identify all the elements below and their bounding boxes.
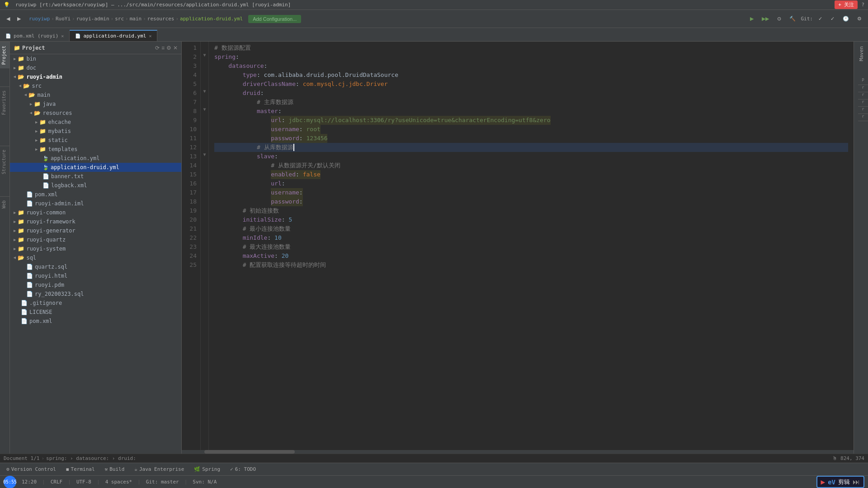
breadcrumb-resources[interactable]: resources [147, 16, 175, 22]
toolbar-back-btn[interactable]: ◀ [4, 14, 13, 23]
git-status[interactable]: Git: master [146, 479, 179, 485]
folder-doc-icon: 📁 [18, 65, 24, 71]
tree-item-generator[interactable]: ▶ 📁 ruoyi-generator [10, 226, 181, 235]
breadcrumb-ruoyi[interactable]: RuoYi [56, 16, 71, 22]
tree-item-gitignore[interactable]: 📄 .gitignore [10, 298, 181, 308]
git-tick-btn[interactable]: ✓ [828, 14, 837, 23]
maven-item-2[interactable]: r [858, 85, 868, 92]
tree-item-common[interactable]: ▶ 📁 ruoyi-common [10, 208, 181, 217]
maven-item-1[interactable]: P [858, 78, 868, 85]
bottom-tab-spring[interactable]: 🌿 Spring [189, 465, 225, 473]
tree-item-ry-sql[interactable]: 📄 ry_20200323.sql [10, 289, 181, 298]
svn-status[interactable]: Svn: N/A [193, 479, 217, 485]
debug-btn[interactable]: ▶▶ [759, 14, 772, 23]
h-scrollbar[interactable] [182, 450, 854, 454]
tree-item-logback[interactable]: 📄 logback.xml [10, 181, 181, 190]
cursor [293, 144, 294, 151]
tree-item-ehcache[interactable]: ▶ 📁 ehcache [10, 118, 181, 127]
clock-btn[interactable]: 🕐 [840, 14, 852, 23]
tab-pom-close[interactable]: ✕ [61, 33, 64, 38]
tree-item-application-druid[interactable]: 🍃 application-druid.yml [10, 163, 181, 172]
maven-item-6[interactable]: r [858, 114, 868, 121]
tree-quartz-label: ruoyi-quartz [26, 237, 66, 243]
tree-item-banner[interactable]: 📄 banner.txt [10, 172, 181, 181]
tree-item-doc[interactable]: ▶ 📁 doc [10, 63, 181, 72]
bottom-tab-java-enterprise[interactable]: ☕ Java Enterprise [130, 465, 189, 473]
bottom-tab-terminal[interactable]: ◼ Terminal [61, 465, 99, 473]
tree-item-quartz-sql[interactable]: 📄 quartz.sql [10, 262, 181, 271]
editor-area[interactable]: 12345 678910 1112131415 1617181920 21222… [182, 42, 854, 454]
help-btn[interactable]: ? [861, 2, 864, 8]
tree-item-ruoyi-html[interactable]: 📄 ruoyi.html [10, 271, 181, 280]
code-line-3: datasource: [214, 62, 848, 71]
crlf-info[interactable]: CRLF [51, 479, 63, 485]
coverage-btn[interactable]: ⊙ [774, 14, 784, 23]
maven-item-5[interactable]: r [858, 107, 868, 114]
maven-item-4[interactable]: r [858, 99, 868, 107]
tree-quartz-sql-label: quartz.sql [35, 264, 67, 270]
tree-item-license[interactable]: 📄 LICENSE [10, 308, 181, 317]
indent-info[interactable]: 4 spaces* [105, 479, 132, 485]
build-btn[interactable]: 🔨 [787, 14, 798, 23]
collapse-btn[interactable]: ≡ [161, 45, 165, 51]
project-header-title: Project [22, 45, 45, 51]
tree-item-templates[interactable]: ▶ 📁 templates [10, 145, 181, 154]
toolbar-forward-btn[interactable]: ▶ [14, 14, 24, 23]
tree-item-main[interactable]: ▼ 📂 main [10, 90, 181, 99]
bottom-tab-build[interactable]: ⚒ Build [100, 465, 129, 473]
line-numbers: 12345 678910 1112131415 1617181920 21222… [182, 42, 201, 454]
tree-item-application-yml[interactable]: 🍃 application.yml [10, 154, 181, 163]
spring-label: Spring [202, 466, 220, 472]
tab-druid-close[interactable]: ✕ [149, 33, 151, 38]
encoding-info[interactable]: UTF-8 [76, 479, 91, 485]
bottom-tab-version-control[interactable]: ⚙ Version Control [2, 465, 61, 473]
left-tab-web[interactable]: Web [0, 196, 9, 212]
settings-btn[interactable]: ⚙ [854, 14, 864, 23]
settings-tree-btn[interactable]: ⚙ [166, 45, 171, 51]
h-scrollbar-thumb[interactable] [204, 450, 295, 454]
bottom-tab-todo[interactable]: ✓ 6: TODO [226, 465, 260, 473]
time-badge: 05:55 [4, 476, 16, 488]
tree-item-mybatis[interactable]: ▶ 📁 mybatis [10, 127, 181, 136]
close-panel-btn[interactable]: ✕ [173, 45, 178, 51]
maven-item-3[interactable]: r [858, 92, 868, 99]
breadcrumb-src[interactable]: src [115, 16, 124, 22]
left-tab-favorites[interactable]: Favorites [0, 86, 9, 118]
tree-item-ruoyi-admin[interactable]: ▼ 📂 ruoyi-admin [10, 72, 181, 81]
breadcrumb-status: spring: › datasource: › druid: [46, 455, 136, 461]
tree-item-quartz[interactable]: ▶ 📁 ruoyi-quartz [10, 235, 181, 244]
code-editor[interactable]: # 数据源配置 spring: datasource: type: com.al… [209, 42, 854, 454]
maven-label[interactable]: Maven [858, 46, 864, 61]
tree-item-bin[interactable]: ▶ 📁 bin [10, 54, 181, 63]
tree-generator-label: ruoyi-generator [26, 227, 75, 234]
tree-item-java[interactable]: ▶ 📁 java [10, 99, 181, 109]
tree-item-resources[interactable]: ▼ 📂 resources [10, 109, 181, 118]
tree-item-ruoyi-pdm[interactable]: 📄 ruoyi.pdm [10, 280, 181, 289]
line-col-info[interactable]: 12:20 [22, 479, 37, 485]
tab-application-druid[interactable]: 📄 application-druid.yml ✕ [70, 30, 157, 41]
tree-item-pom-root[interactable]: 📄 pom.xml [10, 317, 181, 326]
breadcrumb-main[interactable]: main [130, 16, 142, 22]
spring-icon: 🌿 [194, 466, 200, 472]
follow-btn[interactable]: + 关注 [835, 0, 858, 9]
breadcrumb-file[interactable]: application-druid.yml [180, 16, 243, 22]
tree-item-system[interactable]: ▶ 📁 ruoyi-system [10, 244, 181, 253]
code-container: 12345 678910 1112131415 1617181920 21222… [182, 42, 854, 454]
tree-item-src[interactable]: ▼ 📂 src [10, 81, 181, 90]
tab-pom-xml[interactable]: 📄 pom.xml (ruoyi) ✕ [0, 31, 70, 41]
add-config-btn[interactable]: Add Configuration... [248, 15, 301, 23]
project-header: 📁 Project ⟳ ≡ ⚙ ✕ [10, 42, 181, 54]
run-btn[interactable]: ▶ [747, 14, 756, 23]
breadcrumb-admin[interactable]: ruoyi-admin [76, 16, 109, 22]
tree-item-pom-admin[interactable]: 📄 pom.xml [10, 190, 181, 199]
sync-btn[interactable]: ⟳ [155, 45, 160, 51]
tree-item-framework[interactable]: ▶ 📁 ruoyi-framework [10, 217, 181, 226]
tree-item-sql[interactable]: ▼ 📂 sql [10, 253, 181, 262]
left-tab-structure[interactable]: Structure [0, 146, 9, 178]
breadcrumb-project[interactable]: ruoyiwp [29, 16, 50, 22]
git-check-btn[interactable]: ✓ [816, 14, 825, 23]
left-tab-project[interactable]: Project [0, 42, 9, 68]
arrow-ruoyi-admin: ▼ [13, 76, 17, 78]
tree-item-static[interactable]: ▶ 📁 static [10, 136, 181, 145]
tree-item-iml[interactable]: 📄 ruoyi-admin.iml [10, 199, 181, 208]
